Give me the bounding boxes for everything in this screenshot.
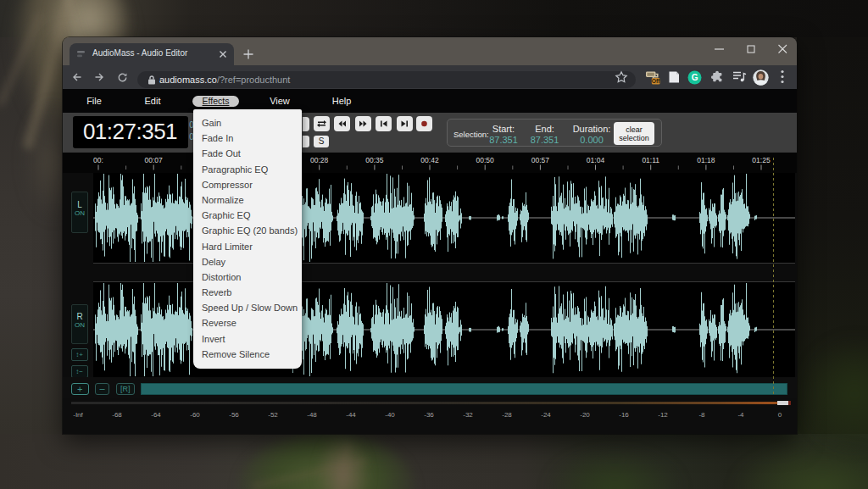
svg-text:00:35: 00:35 [365,156,384,164]
svg-text:00:57: 00:57 [531,156,550,164]
svg-text:00:28: 00:28 [310,156,329,164]
svg-text:G: G [692,73,698,82]
svg-text:00:07: 00:07 [145,156,164,164]
svg-text:01:04: 01:04 [587,156,605,164]
svg-text:01:25: 01:25 [752,156,771,164]
svg-text:00:50: 00:50 [476,156,495,164]
svg-text:01:18: 01:18 [697,156,715,164]
svg-text:00:: 00: [93,156,103,164]
svg-text:Off: Off [652,78,660,84]
svg-text:00:42: 00:42 [420,156,439,164]
svg-text:01:11: 01:11 [642,156,659,164]
